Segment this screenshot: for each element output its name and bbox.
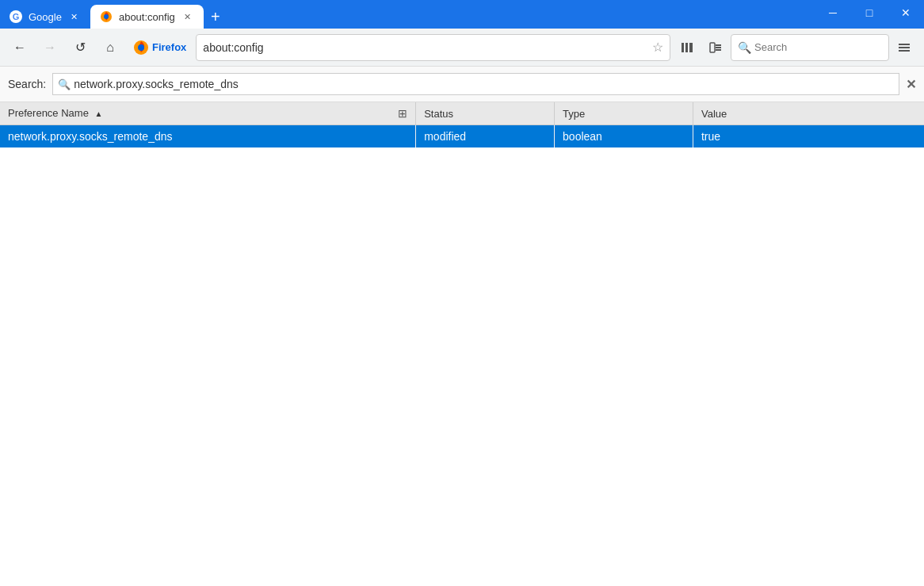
svg-rect-4 — [682, 43, 684, 52]
toolbar-icons: 🔍 — [674, 34, 918, 61]
sort-arrow-icon: ▲ — [95, 109, 103, 118]
svg-rect-9 — [716, 47, 721, 48]
table-row[interactable]: network.proxy.socks_remote_dnsmodifiedbo… — [0, 125, 924, 148]
tab-google[interactable]: G Google ✕ — [0, 5, 90, 29]
tab-about-config-label: about:config — [119, 11, 175, 23]
config-table-body: network.proxy.socks_remote_dnsmodifiedbo… — [0, 125, 924, 148]
svg-rect-8 — [716, 44, 721, 46]
tab-google-label: Google — [29, 11, 62, 23]
firefox-favicon-icon — [100, 10, 113, 23]
svg-rect-13 — [899, 50, 910, 52]
column-header-pref[interactable]: Preference Name ▲ ⊞ — [0, 102, 416, 125]
column-header-status[interactable]: Status — [416, 102, 555, 125]
nav-bar: ← → ↺ ⌂ Firefox ☆ — [0, 29, 924, 67]
svg-rect-5 — [685, 43, 688, 52]
cell-pref: network.proxy.socks_remote_dns — [0, 125, 416, 148]
tab-about-config-close-icon[interactable]: ✕ — [181, 10, 194, 23]
column-header-type[interactable]: Type — [555, 102, 693, 125]
firefox-logo-icon — [133, 40, 149, 56]
tab-google-close-icon[interactable]: ✕ — [68, 10, 81, 23]
svg-rect-12 — [899, 47, 910, 48]
config-table: Preference Name ▲ ⊞ Status Type Value ne… — [0, 102, 924, 147]
tab-about-config[interactable]: about:config ✕ — [90, 5, 204, 29]
search-input[interactable] — [754, 41, 888, 53]
svg-rect-11 — [899, 44, 910, 45]
bookmark-star-icon[interactable]: ☆ — [652, 40, 663, 55]
svg-rect-6 — [689, 43, 693, 52]
config-page: Search: 🔍 ✕ Preference Name ▲ ⊞ Status T… — [0, 67, 924, 586]
config-search-row: Search: 🔍 ✕ — [0, 67, 924, 102]
cell-status: modified — [416, 125, 555, 148]
config-search-label: Search: — [8, 78, 46, 90]
title-bar: G Google ✕ about:config ✕ + ─ □ ✕ — [0, 0, 924, 29]
window-controls: ─ □ ✕ — [815, 0, 924, 29]
cell-type: boolean — [555, 125, 693, 148]
config-search-box[interactable]: 🔍 — [52, 73, 899, 95]
home-button[interactable]: ⌂ — [97, 34, 124, 61]
column-header-value[interactable]: Value — [693, 102, 924, 125]
config-search-icon: 🔍 — [58, 79, 71, 90]
library-button[interactable] — [674, 34, 701, 61]
firefox-label: Firefox — [152, 41, 186, 53]
new-tab-button[interactable]: + — [204, 5, 227, 29]
config-search-input[interactable] — [74, 78, 894, 90]
menu-button[interactable] — [891, 34, 918, 61]
close-button[interactable]: ✕ — [888, 0, 924, 25]
forward-button[interactable]: → — [36, 34, 63, 61]
maximize-button[interactable]: □ — [851, 0, 888, 25]
firefox-logo: Firefox — [127, 40, 193, 56]
svg-rect-7 — [710, 43, 715, 52]
sidebar-toggle-button[interactable] — [702, 34, 729, 61]
address-bar[interactable]: ☆ — [196, 34, 670, 61]
table-settings-icon[interactable]: ⊞ — [398, 107, 407, 120]
back-button[interactable]: ← — [6, 34, 33, 61]
svg-point-1 — [104, 14, 109, 19]
svg-point-3 — [138, 44, 144, 51]
reload-button[interactable]: ↺ — [67, 34, 94, 61]
table-header-row: Preference Name ▲ ⊞ Status Type Value — [0, 102, 924, 125]
minimize-button[interactable]: ─ — [815, 0, 851, 25]
config-search-clear-button[interactable]: ✕ — [906, 77, 916, 92]
search-icon: 🔍 — [738, 41, 751, 54]
svg-rect-10 — [716, 49, 721, 51]
cell-value: true — [693, 125, 924, 148]
search-bar[interactable]: 🔍 — [731, 34, 889, 61]
google-favicon-icon: G — [10, 10, 22, 23]
address-input[interactable] — [203, 41, 647, 54]
